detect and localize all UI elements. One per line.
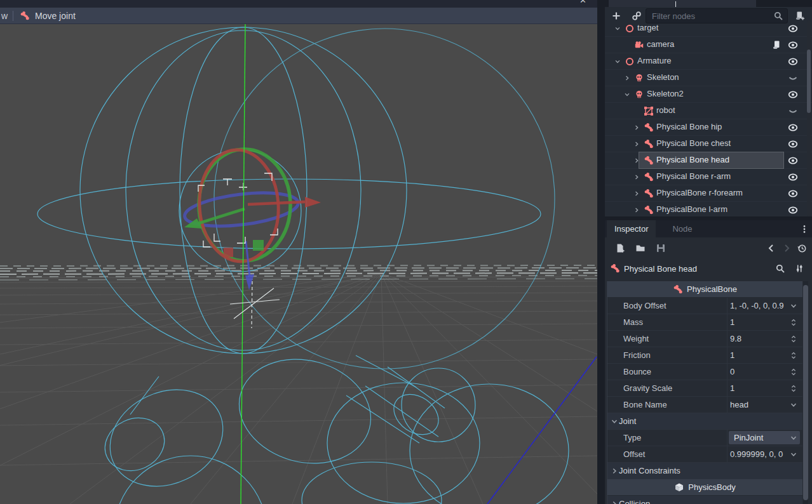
spatial-icon [625, 56, 635, 67]
section-collapse-icon [610, 417, 619, 426]
history-back-button[interactable] [766, 243, 776, 253]
tree-node-label: robot [656, 105, 675, 115]
history-list-button[interactable] [797, 243, 807, 253]
section-header-joint[interactable]: Joint [607, 413, 802, 430]
load-resource-button[interactable] [635, 243, 646, 253]
tree-expand-arrow-icon[interactable] [633, 173, 640, 181]
chevron-down-icon[interactable] [789, 450, 798, 459]
tree-expand-arrow-icon[interactable] [633, 140, 640, 148]
chevron-down-icon[interactable] [789, 302, 798, 310]
property-row-type: TypePinJoint [607, 430, 802, 446]
stepper-icon[interactable] [789, 368, 798, 376]
stepper-icon[interactable] [789, 351, 798, 360]
tab-node[interactable]: Node [665, 220, 700, 237]
tree-expand-arrow-icon[interactable] [633, 206, 640, 214]
property-value[interactable]: 1 [730, 350, 734, 360]
godot-editor: ✕ w Move joint [0, 0, 812, 504]
attach-script-button[interactable] [795, 11, 805, 21]
scene-tree-scrollbar-thumb[interactable] [807, 50, 811, 113]
tree-expand-arrow-icon[interactable] [633, 190, 640, 197]
property-value[interactable]: 1 [730, 317, 734, 327]
visibility-on-icon[interactable] [788, 156, 798, 166]
property-list: PhysicalBoneBody Offset1, -0, -0, 0, 0.9… [607, 281, 802, 504]
property-label: Gravity Scale [623, 383, 672, 393]
tree-collapse-arrow-icon[interactable] [623, 91, 631, 98]
history-forward-button[interactable] [782, 243, 792, 253]
tree-expand-arrow-icon[interactable] [623, 74, 631, 82]
visibility-on-icon[interactable] [788, 205, 798, 215]
tree-row[interactable]: Physical Bone chest [605, 136, 812, 152]
tree-row[interactable]: PhysicalBone r-forearm [605, 185, 812, 202]
property-value[interactable]: 9.8 [730, 334, 741, 343]
tree-collapse-arrow-icon[interactable] [614, 25, 621, 32]
tree-row[interactable]: camera [605, 37, 812, 53]
search-icon[interactable] [775, 263, 785, 274]
property-row-bone-name: Bone Namehead [607, 397, 802, 413]
tree-row[interactable]: Physical Bone hip [605, 119, 812, 136]
category-header-physicsbody: PhysicsBody [607, 479, 802, 496]
visibility-on-icon[interactable] [788, 172, 798, 182]
property-value[interactable]: 0 [730, 367, 734, 376]
property-value[interactable]: 0.999999, 0, 0 [730, 449, 783, 459]
close-icon[interactable]: ✕ [579, 0, 586, 5]
property-label: Bounce [623, 367, 651, 376]
visibility-on-icon[interactable] [788, 23, 798, 34]
section-label: Joint [619, 416, 636, 426]
section-header-collision[interactable]: Collision [607, 496, 802, 504]
option-button[interactable]: PinJoint [729, 431, 800, 444]
tree-row[interactable]: Physical Bone r-arm [605, 169, 812, 185]
dock-menu-icon[interactable] [799, 224, 809, 234]
tree-collapse-arrow-icon[interactable] [614, 58, 621, 65]
visibility-off-icon[interactable] [788, 73, 798, 83]
tree-expand-arrow-icon[interactable] [633, 124, 640, 131]
viewport-scene[interactable] [0, 24, 597, 504]
category-header-physicalbone: PhysicalBone [607, 281, 802, 298]
visibility-on-icon[interactable] [788, 56, 798, 67]
add-node-button[interactable] [611, 11, 621, 21]
instance-scene-button[interactable] [632, 11, 642, 21]
tree-row[interactable]: Physical Bone head [605, 152, 812, 169]
tool-mode-label: Move joint [35, 11, 76, 21]
property-value[interactable]: head [730, 400, 748, 409]
chevron-down-icon[interactable] [789, 401, 798, 409]
property-row-weight: Weight9.8 [607, 331, 802, 347]
scene-dock-top-strip [605, 0, 812, 7]
view-menu-fragment[interactable]: w [1, 11, 10, 21]
tree-row[interactable]: target [605, 20, 812, 37]
save-resource-button[interactable] [656, 243, 666, 253]
tree-row[interactable]: Armature [605, 53, 812, 70]
tree-row[interactable]: PhysicalBone l-arm [605, 202, 812, 216]
tree-expand-arrow-icon[interactable] [633, 157, 640, 164]
category-label: PhysicsBody [688, 482, 735, 492]
option-value: PinJoint [734, 433, 763, 442]
tab-inspector[interactable]: Inspector [607, 220, 656, 237]
bone-icon [20, 11, 30, 21]
column-divider [727, 446, 727, 463]
search-icon [773, 11, 783, 21]
property-tools-icon[interactable] [794, 263, 804, 274]
tree-node-label: Physical Bone r-arm [656, 171, 731, 181]
visibility-on-icon[interactable] [788, 40, 798, 50]
section-header-joint-constraints[interactable]: Joint Constraints [607, 463, 802, 479]
bone-icon [644, 205, 654, 215]
section-expand-icon [610, 467, 619, 475]
visibility-on-icon[interactable] [788, 139, 798, 149]
stepper-icon[interactable] [789, 384, 798, 393]
new-resource-button[interactable] [615, 243, 625, 253]
tree-row[interactable]: Skeleton2 [605, 86, 812, 103]
visibility-on-icon[interactable] [788, 123, 798, 133]
viewport-3d[interactable]: ✕ w Move joint [0, 0, 597, 504]
visibility-off-icon[interactable] [788, 106, 798, 116]
script-icon[interactable] [771, 40, 782, 50]
tree-row[interactable]: robot [605, 103, 812, 119]
visibility-on-icon[interactable] [788, 90, 798, 100]
inspector-scrollbar-thumb[interactable] [803, 285, 808, 500]
property-value[interactable]: 1 [730, 383, 734, 393]
stepper-icon[interactable] [789, 318, 798, 327]
camera-icon [634, 40, 644, 50]
spatial-icon [625, 23, 635, 34]
tree-row[interactable]: Skeleton [605, 70, 812, 86]
visibility-on-icon[interactable] [788, 189, 798, 199]
stepper-icon[interactable] [789, 335, 798, 343]
property-value[interactable]: 1, -0, -0, 0, 0.9 [730, 301, 784, 310]
